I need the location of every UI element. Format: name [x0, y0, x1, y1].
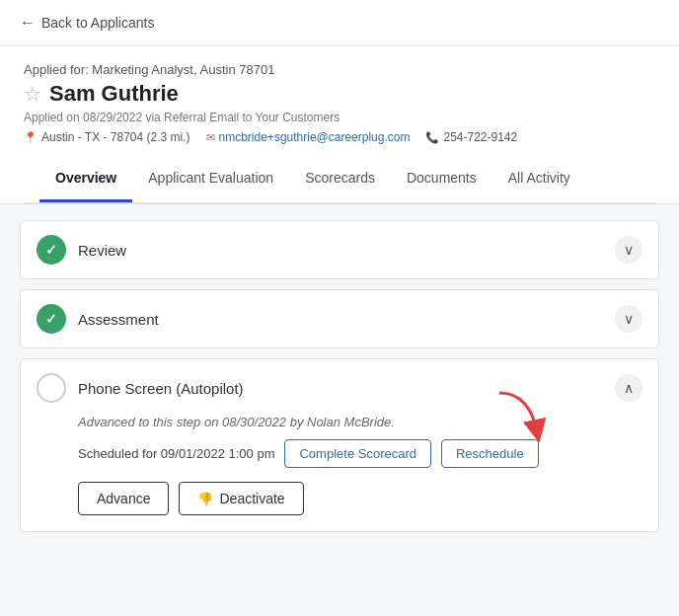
candidate-name: Sam Guthrie [49, 81, 179, 107]
assessment-checkmark: ✓ [45, 311, 57, 327]
reschedule-button[interactable]: Reschedule [441, 439, 539, 468]
deactivate-label: Deactivate [219, 491, 284, 506]
phone-screen-chevron-button[interactable]: ∧ [615, 374, 642, 402]
phone-text: 254-722-9142 [443, 130, 517, 144]
email-link[interactable]: nmcbride+sguthrie@careerplug.com [219, 130, 411, 144]
email-item: ✉ nmcbride+sguthrie@careerplug.com [206, 130, 411, 144]
assessment-status-icon: ✓ [37, 304, 66, 334]
stage-assessment-header: ✓ Assessment ∨ [37, 304, 642, 334]
phone-screen-status-icon [37, 373, 66, 403]
tab-overview[interactable]: Overview [39, 156, 132, 202]
tab-applicant-evaluation[interactable]: Applicant Evaluation [132, 156, 289, 202]
top-bar: ← Back to Applicants [0, 0, 679, 46]
location-icon: 📍 [24, 131, 38, 144]
review-title: Review [78, 242, 603, 259]
review-checkmark: ✓ [45, 242, 57, 258]
stage-phone-screen: Phone Screen (Autopilot) ∧ Advanced to t… [20, 358, 659, 532]
tab-all-activity[interactable]: All Activity [492, 156, 586, 202]
assessment-chevron-button[interactable]: ∨ [615, 305, 642, 333]
review-status-icon: ✓ [37, 235, 66, 265]
action-buttons: Advance 👎 Deactivate [78, 482, 642, 515]
advanced-text: Advanced to this step on 08/30/2022 by N… [78, 415, 642, 429]
complete-scorecard-button[interactable]: Complete Scorecard [284, 439, 431, 468]
back-arrow-icon: ← [20, 14, 36, 32]
stage-review-header: ✓ Review ∨ [37, 235, 642, 265]
tab-scorecards[interactable]: Scorecards [289, 156, 391, 202]
reschedule-arrow-container: Reschedule [441, 439, 539, 468]
review-chevron-button[interactable]: ∨ [615, 236, 642, 264]
stage-review: ✓ Review ∨ [20, 220, 659, 279]
tab-documents[interactable]: Documents [391, 156, 492, 202]
applied-meta: Applied on 08/29/2022 via Referral Email… [24, 111, 655, 124]
candidate-name-row: ☆ Sam Guthrie [24, 81, 655, 107]
thumb-down-icon: 👎 [197, 492, 213, 506]
assessment-title: Assessment [78, 311, 603, 328]
tabs-bar: Overview Applicant Evaluation Scorecards… [24, 156, 655, 203]
location-item: 📍 Austin - TX - 78704 (2.3 mi.) [24, 130, 190, 144]
stage-phone-screen-header: Phone Screen (Autopilot) ∧ [37, 373, 642, 403]
back-label: Back to Applicants [41, 15, 154, 31]
scheduled-row: Scheduled for 09/01/2022 1:00 pm Complet… [78, 439, 642, 468]
scheduled-label: Scheduled for 09/01/2022 1:00 pm [78, 446, 274, 461]
stage-assessment: ✓ Assessment ∨ [20, 289, 659, 348]
advance-button[interactable]: Advance [78, 482, 169, 515]
star-icon[interactable]: ☆ [24, 82, 41, 106]
email-icon: ✉ [206, 131, 215, 144]
contact-info: 📍 Austin - TX - 78704 (2.3 mi.) ✉ nmcbri… [24, 130, 655, 156]
profile-section: Applied for: Marketing Analyst, Austin 7… [0, 46, 679, 204]
location-text: Austin - TX - 78704 (2.3 mi.) [41, 130, 190, 144]
phone-item: 📞 254-722-9142 [425, 130, 517, 144]
phone-icon: 📞 [425, 131, 439, 144]
main-content: ✓ Review ∨ ✓ Assessment ∨ Phone Screen (… [0, 204, 679, 548]
deactivate-button[interactable]: 👎 Deactivate [179, 482, 303, 515]
applied-for-text: Applied for: Marketing Analyst, Austin 7… [24, 62, 655, 77]
phone-screen-title: Phone Screen (Autopilot) [78, 380, 603, 397]
back-to-applicants-link[interactable]: ← Back to Applicants [20, 14, 154, 32]
phone-screen-body: Advanced to this step on 08/30/2022 by N… [37, 415, 642, 515]
